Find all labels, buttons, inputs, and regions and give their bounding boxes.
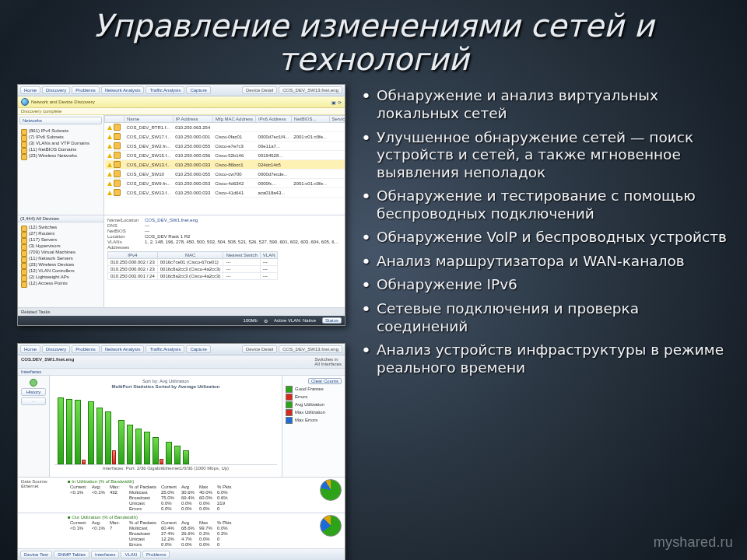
- bullet-6: Сетевые подключения и проверка соединени…: [356, 297, 733, 338]
- clear-counts-button[interactable]: Clear Counts: [308, 378, 342, 384]
- sidebar-item[interactable]: (23) Wireless Devices: [19, 261, 102, 268]
- tab-right: COS_DEV_SW13.fnet.eng: [279, 345, 342, 353]
- sidebar-item[interactable]: (12) Switches: [19, 224, 102, 230]
- bar-pair: [166, 442, 172, 465]
- table-row[interactable]: COS_DEV_SW15.f...010.250.000.036Cisco-52…: [105, 151, 345, 160]
- tab-problems[interactable]: Problems: [72, 86, 99, 94]
- table-row[interactable]: COS_DEV_SW13.f...010.250.000.033Cisco-41…: [105, 188, 345, 198]
- device-grid: NameIP AddressMfg MAC AddressIPv6 Addres…: [104, 115, 345, 215]
- chart-sidebar: History ···: [18, 376, 50, 477]
- device-header: COS.DEV_SW1.fnet.eng Switches in All Int…: [18, 355, 345, 369]
- interfaces-axis: Interfaces: Port: 2/36 GigabitEthernet1/…: [54, 465, 277, 471]
- pie-out-icon: [320, 515, 342, 537]
- table-row: 010.250.000.002 / 230016c7ce01 (Cisco-67…: [108, 259, 278, 266]
- tab-vlan[interactable]: VLAN: [121, 551, 141, 558]
- tab-problems[interactable]: Problems: [72, 345, 99, 353]
- sidebar-item[interactable]: (861) IPv4 Subnets: [19, 128, 102, 134]
- status-speed: 100Mb: [244, 318, 258, 323]
- sidebar-item[interactable]: (11) Network Servers: [19, 255, 102, 261]
- in-util-label: In Utilization (% of Bandwidth): [72, 479, 134, 484]
- table-row[interactable]: COS_DEV_SW9.fn...010.250.000.053Cisco-4d…: [105, 179, 345, 188]
- tab-discovery[interactable]: Discovery: [42, 345, 70, 353]
- k-nb: NetBIOS: [107, 229, 140, 233]
- interfaces-tab[interactable]: Interfaces: [18, 369, 345, 376]
- sidebar-item[interactable]: (709) Virtual Machines: [19, 249, 102, 255]
- sidebar-item[interactable]: (3) Hypervisors: [19, 243, 102, 249]
- tab-traffic-analysis[interactable]: Traffic Analysis: [146, 86, 184, 94]
- chart-area: History ··· Sort by: Avg Utilization Mul…: [18, 376, 345, 477]
- tab-network-analysis[interactable]: Network Analysis: [101, 86, 145, 94]
- bullet-1: Улучшенное обнаружение сетей — поиск уст…: [356, 126, 733, 185]
- bar-pair: [105, 411, 116, 464]
- out-util-block: ■ Out Utilization (% of Bandwidth) Curre…: [68, 515, 315, 547]
- sidebar-item[interactable]: (11) NetBIOS Domains: [19, 146, 102, 152]
- discovery-status: Discovery complete: [18, 108, 345, 115]
- tab-snmp-tables[interactable]: SNMP Tables: [54, 551, 89, 558]
- bar-pair: [183, 450, 189, 465]
- tab-right: Device Detail: [242, 345, 277, 353]
- screenshot-interfaces: HomeDiscoveryProblemsNetwork AnalysisTra…: [17, 343, 345, 560]
- v-nb: ---: [145, 229, 149, 233]
- split-top: Networks (861) IPv4 Subnets(7) IPv6 Subn…: [18, 115, 345, 215]
- k-loc: Location: [107, 234, 140, 239]
- sidebar-devices: (3,444) All Devices (12) Switches(27) Ro…: [18, 215, 104, 307]
- bar-pair: [174, 446, 181, 464]
- tab-network-analysis[interactable]: Network Analysis: [101, 345, 145, 353]
- toolbar-2: HomeDiscoveryProblemsNetwork AnalysisTra…: [18, 344, 345, 355]
- pane-header: Network and Device Discovery ▣ ⟳: [18, 96, 345, 108]
- tab-device-test[interactable]: Device Test: [20, 551, 52, 558]
- legend-item: Avg Utilization: [286, 401, 342, 408]
- sidebar-devices-hdr: (3,444) All Devices: [18, 215, 103, 222]
- bullet-2: Обнаружение и тестирование с помощью бес…: [356, 184, 733, 226]
- data-source: Data Source: Ethernet: [21, 479, 63, 488]
- sidebar-item[interactable]: (7) IPv6 Subnets: [19, 134, 102, 140]
- split-bottom: (3,444) All Devices (12) Switches(27) Ro…: [18, 215, 345, 307]
- tab-traffic-analysis[interactable]: Traffic Analysis: [146, 345, 184, 353]
- table-row[interactable]: COS_DEV_SW17.f...010.250.000.001Cisco-0f…: [105, 132, 345, 142]
- sidebar-item[interactable]: (3) VLANs and VTP Domains: [19, 140, 102, 146]
- sidebar-item[interactable]: (117) Servers: [19, 236, 102, 243]
- tab-home[interactable]: Home: [20, 345, 40, 353]
- table-row[interactable]: COS_DEV_RTR1.f...010.250.063.254: [105, 123, 345, 132]
- bullet-7: Анализ устройств инфраструктуры в режиме…: [356, 338, 733, 380]
- history-button[interactable]: History: [21, 388, 46, 396]
- bar-pair: [127, 425, 133, 465]
- in-util-block: ■ In Utilization (% of Bandwidth) Curren…: [68, 479, 315, 511]
- v-dns: ---: [145, 223, 149, 228]
- sidebar-item[interactable]: (23) Wireless Networks: [19, 152, 102, 159]
- bar-pair: [144, 432, 150, 464]
- table-row[interactable]: COS_DEV_SW13.f...010.250.000.033Cisco-86…: [105, 160, 345, 170]
- sidebar-item[interactable]: (2) Lightweight APs: [19, 274, 102, 280]
- sidebar-item[interactable]: (12) Access Points: [19, 280, 102, 286]
- table-row[interactable]: COS_DEV_SW2.fn...010.250.000.055Cisco-e7…: [105, 142, 345, 151]
- bar-pair: [153, 437, 163, 464]
- related-tasks: Related Tasks: [18, 307, 345, 316]
- device-name: COS.DEV_SW1.fnet.eng: [21, 357, 74, 362]
- sidebar-item[interactable]: (27) Routers: [19, 230, 102, 236]
- tab-interfaces[interactable]: Interfaces: [91, 551, 119, 558]
- bar-pair: [135, 429, 142, 464]
- tab-capture[interactable]: Capture: [186, 345, 210, 353]
- bar-pair: [96, 408, 103, 465]
- k-addr: Addresses: [107, 245, 140, 250]
- sidebar-tab-networks[interactable]: Networks: [19, 117, 102, 124]
- sidebar-item[interactable]: (12) VLAN Controllers: [19, 268, 102, 274]
- tab-discovery[interactable]: Discovery: [42, 86, 70, 94]
- pie-in-icon: [320, 479, 342, 501]
- device-detail-tabs: Device TestSNMP TablesInterfacesVLANProb…: [18, 548, 345, 560]
- v-vlan: 1, 2, 148, 196, 278, 450, 500, 502, 504,…: [145, 240, 339, 244]
- bullet-list: Обнаружение и анализ виртуальных локальн…: [356, 84, 733, 380]
- status-dot-icon: [30, 379, 37, 387]
- sidebar-networks: Networks (861) IPv4 Subnets(7) IPv6 Subn…: [18, 115, 104, 215]
- bullets-column: Обнаружение и анализ виртуальных локальн…: [352, 84, 733, 560]
- bullet-0: Обнаружение и анализ виртуальных локальн…: [356, 84, 733, 125]
- table-row: 010.250.000.002 / 230016c8a2cc3 (Cisco-4…: [108, 266, 278, 273]
- bar-pair: [58, 397, 64, 465]
- tab-right: COS_DEV_SW13.fnet.eng: [279, 86, 342, 94]
- chart-title: MultiPort Statistics Sorted by Average U…: [54, 384, 277, 389]
- table-row[interactable]: COS_DEV_SW10010.250.000.055Cisco-cw70000…: [105, 170, 345, 179]
- tab-capture[interactable]: Capture: [186, 86, 210, 94]
- tab-home[interactable]: Home: [20, 86, 40, 94]
- status-button[interactable]: Status: [322, 317, 342, 324]
- tab-problems[interactable]: Problems: [142, 551, 170, 558]
